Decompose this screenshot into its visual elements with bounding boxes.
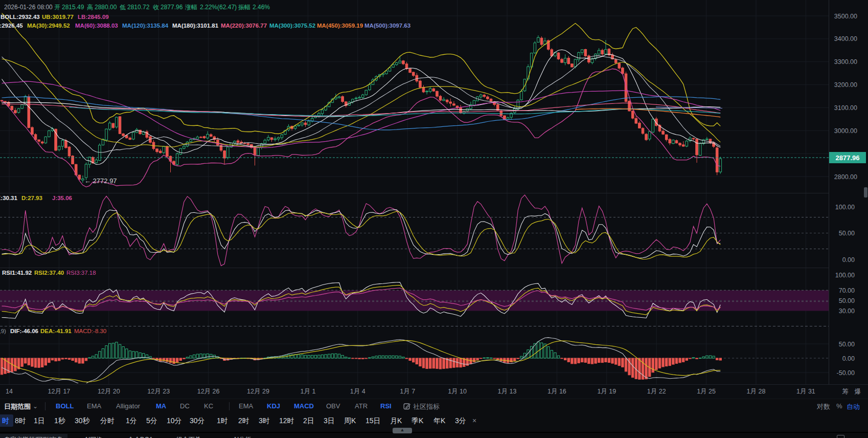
svg-text:0.00: 0.00 xyxy=(842,355,855,362)
svg-text:开: 开 xyxy=(54,4,60,11)
svg-text:-50.00: -50.00 xyxy=(837,369,855,377)
svg-text:1月 7: 1月 7 xyxy=(400,388,415,395)
svg-text:50.00: 50.00 xyxy=(839,341,855,348)
svg-text:MACD:-8.30: MACD:-8.30 xyxy=(74,328,106,334)
svg-text:D:27.93: D:27.93 xyxy=(21,195,42,201)
svg-text:1月 31: 1月 31 xyxy=(796,388,815,395)
svg-text:J:35.06: J:35.06 xyxy=(52,195,72,201)
svg-text:2810.72: 2810.72 xyxy=(127,4,150,11)
svg-text:1月 10: 1月 10 xyxy=(448,388,467,395)
svg-text:100.00: 100.00 xyxy=(835,204,855,211)
svg-text:12月 26: 12月 26 xyxy=(197,388,220,395)
svg-text:3200.00: 3200.00 xyxy=(834,81,857,89)
svg-text:RSI1:41.92: RSI1:41.92 xyxy=(2,270,32,276)
svg-text:2815.49: 2815.49 xyxy=(62,4,84,11)
svg-text:12月 20: 12月 20 xyxy=(98,388,120,395)
svg-text:2877.96: 2877.96 xyxy=(161,4,183,11)
svg-text:RSI2:37.40: RSI2:37.40 xyxy=(34,270,64,276)
svg-text:1月 1: 1月 1 xyxy=(300,388,315,395)
svg-text:MA(60):3088.03: MA(60):3088.03 xyxy=(75,23,118,29)
svg-text:2877.96: 2877.96 xyxy=(836,154,860,162)
svg-text:2.22%(62.47): 2.22%(62.47) xyxy=(200,4,237,11)
svg-text:1月 13: 1月 13 xyxy=(498,388,517,395)
svg-text:MACD(12,26,9): MACD(12,26,9) xyxy=(0,328,6,334)
svg-text:0.00: 0.00 xyxy=(842,256,855,264)
svg-text:2800.00: 2800.00 xyxy=(834,173,857,181)
svg-text:K:30.31: K:30.31 xyxy=(0,195,18,201)
svg-text:14: 14 xyxy=(6,388,13,395)
svg-text:RSI3:37.18: RSI3:37.18 xyxy=(66,270,96,276)
svg-text:MA(450):3059.19: MA(450):3059.19 xyxy=(317,23,363,29)
svg-text:BOLL:2932.43: BOLL:2932.43 xyxy=(1,14,40,20)
svg-text:MA(500):3097.63: MA(500):3097.63 xyxy=(364,23,410,29)
svg-text:筹: 筹 xyxy=(842,388,849,395)
svg-text:DIF:-46.06: DIF:-46.06 xyxy=(10,328,38,334)
svg-text:1月 19: 1月 19 xyxy=(597,388,616,395)
svg-text:← 2772.97: ← 2772.97 xyxy=(84,177,117,185)
svg-text:3100.00: 3100.00 xyxy=(834,104,857,112)
svg-text:MA(300):3075.52: MA(300):3075.52 xyxy=(269,23,315,29)
svg-text:1月 25: 1月 25 xyxy=(697,388,716,395)
svg-text:12月 23: 12月 23 xyxy=(147,388,170,395)
svg-text:12月 17: 12月 17 xyxy=(48,388,71,395)
svg-text:3400.00: 3400.00 xyxy=(834,35,857,42)
svg-text:收: 收 xyxy=(153,4,159,11)
svg-text:MA(30):2949.52: MA(30):2949.52 xyxy=(27,23,70,29)
svg-text:1月 22: 1月 22 xyxy=(647,388,666,395)
svg-text:振幅: 振幅 xyxy=(238,4,250,11)
svg-text:3000.00: 3000.00 xyxy=(834,127,857,135)
svg-text:涨幅: 涨幅 xyxy=(185,4,197,11)
svg-text:UB:3019.77: UB:3019.77 xyxy=(42,14,74,20)
svg-text:50.00: 50.00 xyxy=(839,297,855,304)
svg-text:2026-01-26 08:00: 2026-01-26 08:00 xyxy=(4,4,53,11)
svg-text:12月 29: 12月 29 xyxy=(247,388,269,395)
svg-text:MA(10):2926.45: MA(10):2926.45 xyxy=(0,23,23,29)
svg-text:高: 高 xyxy=(87,4,93,11)
svg-text:3500.00: 3500.00 xyxy=(834,13,857,20)
svg-text:2880.00: 2880.00 xyxy=(95,4,117,11)
svg-text:MA(220):3076.77: MA(220):3076.77 xyxy=(221,23,267,29)
svg-text:MA(120):3135.84: MA(120):3135.84 xyxy=(122,23,169,29)
svg-text:MA(180):3101.81: MA(180):3101.81 xyxy=(172,23,219,29)
svg-text:50.00: 50.00 xyxy=(839,230,855,237)
svg-text:70.00: 70.00 xyxy=(839,287,855,294)
svg-text:低: 低 xyxy=(120,4,126,11)
svg-text:30.00: 30.00 xyxy=(839,308,855,315)
svg-text:1月 4: 1月 4 xyxy=(350,388,366,395)
svg-text:爆: 爆 xyxy=(855,388,861,395)
svg-text:2.46%: 2.46% xyxy=(253,4,270,11)
svg-text:1月 16: 1月 16 xyxy=(547,388,566,395)
svg-text:DEA:-41.91: DEA:-41.91 xyxy=(40,328,72,334)
svg-text:3300.00: 3300.00 xyxy=(834,58,857,65)
svg-text:LB:2845.09: LB:2845.09 xyxy=(78,14,109,20)
svg-text:1月 28: 1月 28 xyxy=(747,388,766,395)
svg-text:100.00: 100.00 xyxy=(835,272,855,279)
